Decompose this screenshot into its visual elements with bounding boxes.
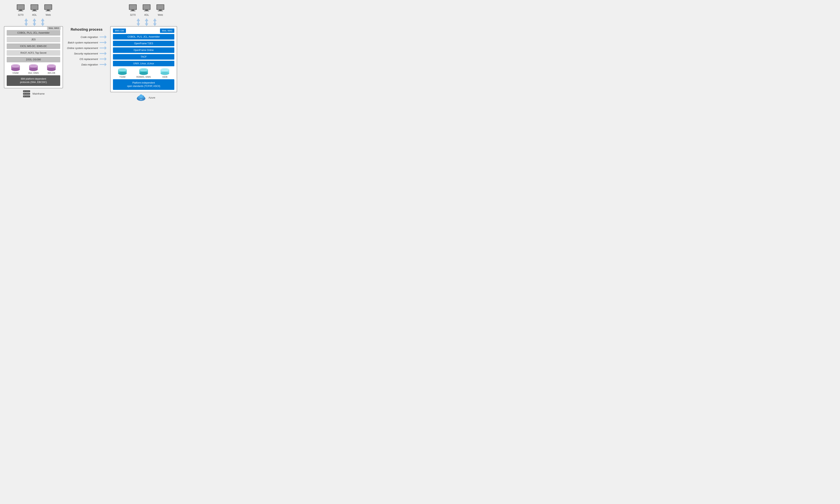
rehosting-title: Rehosting process — [71, 28, 103, 32]
platform-open: Platform-independent open standards (TCP… — [113, 79, 174, 90]
right-terminal-icons: 3270 4GL Web — [122, 4, 165, 16]
svg-rect-60 — [144, 11, 149, 11]
layer-jes-left: JES — [7, 37, 60, 42]
svg-marker-16 — [24, 23, 28, 26]
svg-point-79 — [118, 72, 127, 75]
svg-rect-6 — [33, 10, 36, 11]
svg-marker-69 — [145, 18, 148, 21]
main-container: 3270 4GL Web — [4, 4, 206, 101]
step-label-data-migration: Data migration — [81, 63, 98, 66]
svg-rect-17 — [25, 21, 27, 23]
monitor-icon-web-right — [155, 4, 165, 13]
left-section: 3270 4GL Web — [4, 4, 63, 97]
svg-marker-65 — [137, 18, 140, 21]
svg-rect-21 — [34, 21, 35, 23]
svg-marker-22 — [41, 18, 45, 21]
svg-point-98 — [139, 94, 143, 98]
svg-rect-59 — [145, 10, 148, 11]
terminal-label-web-right: Web — [158, 13, 163, 16]
svg-rect-47 — [100, 53, 105, 54]
layer-openframe-tjes: OpenFrame TJES — [113, 41, 174, 46]
db-db2-idms: Db2, IDMS — [28, 64, 39, 74]
svg-rect-64 — [158, 11, 163, 11]
azure-box: BMS GW Web, WAS COBOL, PL/1, JCL, Assemb… — [110, 26, 177, 92]
terminal-3270-left: 3270 — [16, 4, 25, 16]
svg-rect-68 — [138, 21, 139, 23]
layer-cobol-right: COBOL, PL/1, JCL, Assembler — [113, 34, 174, 39]
terminal-label-4gl-left: 4GL — [32, 13, 37, 16]
svg-marker-67 — [137, 23, 140, 26]
step-batch-replacement: Batch system replacement — [67, 41, 107, 44]
bms-gw-badge: BMS GW — [113, 29, 126, 33]
step-label-batch-replacement: Batch system replacement — [68, 41, 98, 44]
svg-rect-25 — [42, 21, 43, 23]
svg-rect-2 — [19, 10, 22, 11]
svg-rect-63 — [159, 10, 162, 11]
svg-rect-7 — [32, 11, 37, 11]
arrow-updown-4gl — [32, 18, 37, 26]
arrow-online-replacement — [100, 46, 107, 50]
db-tsam: TSAM — [118, 68, 127, 78]
svg-rect-49 — [100, 59, 105, 59]
right-section: 3270 4GL Web — [110, 4, 177, 101]
svg-rect-1 — [17, 5, 24, 9]
mainframe-server-icon — [23, 90, 30, 97]
step-security-replacement: Security replacement — [67, 52, 107, 55]
top-row-right: BMS GW Web, WAS — [113, 29, 174, 33]
db-label-hidb: HiDB — [162, 76, 168, 78]
monitor-icon-4gl-right — [142, 4, 152, 13]
svg-point-38 — [47, 68, 56, 71]
mainframe-box: Web, WAS COBOL, PL/1, JCL, Assembler JES… — [4, 26, 63, 88]
layer-cobol-left: COBOL, PL/1, JCL, Assembler — [7, 30, 60, 36]
svg-point-33 — [29, 68, 38, 71]
svg-point-101 — [141, 99, 142, 100]
step-label-security-replacement: Security replacement — [74, 52, 98, 55]
monitor-icon-4gl-left — [30, 4, 39, 13]
mainframe-label: Mainframe — [33, 92, 45, 95]
arrow-updown-web-left — [40, 18, 45, 26]
server-dot — [24, 91, 24, 92]
arrow-updown-4gl-right — [144, 18, 149, 26]
server-dot — [24, 96, 24, 97]
db-imsdb: IMS-DB — [47, 64, 56, 74]
svg-marker-12 — [24, 18, 28, 21]
step-label-code-migration: Code migration — [81, 36, 98, 38]
svg-rect-58 — [143, 5, 150, 9]
arrow-updown-web-right — [153, 18, 157, 26]
svg-rect-10 — [47, 10, 50, 11]
ibm-protocols: IBM platform-dependent protocols (SNA, E… — [7, 75, 60, 86]
svg-rect-51 — [100, 64, 105, 65]
cylinder-rdbms-idms — [139, 68, 148, 75]
svg-rect-11 — [46, 11, 51, 11]
svg-rect-62 — [157, 5, 164, 9]
svg-marker-42 — [105, 35, 107, 39]
terminal-4gl-right: 4GL — [142, 4, 152, 16]
svg-point-89 — [161, 72, 169, 75]
cylinder-imsdb — [47, 64, 56, 71]
db-row-left: VSAM Db2, IDMS — [7, 64, 60, 74]
svg-marker-50 — [105, 57, 107, 61]
server-row-3 — [23, 95, 30, 97]
arrow-batch-replacement — [100, 41, 107, 44]
cylinder-tsam — [118, 68, 127, 75]
db-label-vsam: VSAM — [12, 72, 18, 74]
layer-racf-left: RACF, ACF2, Top Secret — [7, 50, 60, 56]
arrow-data-migration — [100, 63, 107, 66]
server-line — [25, 94, 29, 94]
azure-label: Azure — [148, 96, 155, 99]
svg-rect-72 — [146, 21, 147, 23]
step-label-online-replacement: Online system replacement — [67, 47, 98, 50]
server-line — [25, 96, 29, 96]
azure-footer: Azure — [132, 94, 155, 101]
step-online-replacement: Online system replacement — [67, 46, 107, 50]
svg-point-84 — [139, 72, 148, 75]
svg-marker-46 — [105, 46, 107, 50]
step-label-os-replacement: OS replacement — [80, 58, 98, 60]
terminal-3270-right: 3270 — [128, 4, 138, 16]
cylinder-vsam — [11, 64, 20, 71]
arrow-code-migration — [100, 35, 107, 39]
layer-tacf: TACF — [113, 54, 174, 59]
terminal-label-3270-left: 3270 — [18, 13, 23, 16]
server-row-2 — [23, 93, 30, 95]
db-rdbms-idms: RDBMS, IDMS — [136, 68, 151, 78]
